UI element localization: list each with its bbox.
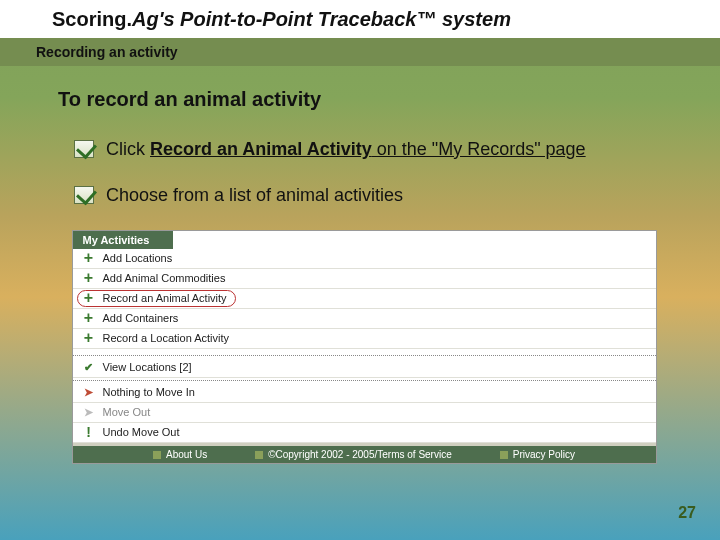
my-activities-panel: My Activities + Add Locations + Add Anim… — [72, 230, 657, 464]
row-add-animal-commodities[interactable]: + Add Animal Commodities — [73, 269, 656, 289]
arrow-icon: ➤ — [81, 406, 97, 419]
plus-icon: + — [81, 309, 97, 327]
bullet-2-text: Choose from a list of animal activities — [106, 183, 403, 207]
title-band: Scoring.Ag's Point-to-Point Traceback™ s… — [0, 0, 720, 38]
bullet-1-bold: Record an Animal Activity — [150, 139, 372, 159]
divider — [73, 380, 656, 381]
row-view-locations[interactable]: ✔ View Locations [2] — [73, 358, 656, 378]
footer-about[interactable]: About Us — [153, 449, 207, 460]
footer-copyright[interactable]: ©Copyright 2002 - 2005/Terms of Service — [255, 449, 452, 460]
check-icon: ✔ — [81, 361, 97, 374]
row-label: Record a Location Activity — [103, 332, 230, 344]
title-main: Ag's Point-to-Point Traceback™ system — [132, 8, 511, 30]
row-add-locations[interactable]: + Add Locations — [73, 249, 656, 269]
bullet-1-post: on the "My Records" page — [372, 139, 586, 159]
row-label: Add Animal Commodities — [103, 272, 226, 284]
row-move-out[interactable]: ➤ Move Out — [73, 403, 656, 423]
slide: Scoring.Ag's Point-to-Point Traceback™ s… — [0, 0, 720, 540]
page-number: 27 — [678, 504, 696, 522]
divider — [73, 355, 656, 356]
plus-icon: + — [81, 269, 97, 287]
row-label: View Locations [2] — [103, 361, 192, 373]
plus-icon: + — [81, 249, 97, 267]
subtitle: Recording an activity — [36, 44, 178, 60]
bullet-1-pre: Click — [106, 139, 150, 159]
row-add-containers[interactable]: + Add Containers — [73, 309, 656, 329]
panel-footer: About Us ©Copyright 2002 - 2005/Terms of… — [73, 443, 656, 463]
row-label: Record an Animal Activity — [103, 292, 227, 304]
check-icon — [74, 186, 94, 204]
content-area: To record an animal activity Click Recor… — [0, 66, 720, 464]
exclaim-icon: ! — [81, 424, 97, 440]
row-label: Undo Move Out — [103, 426, 180, 438]
plus-icon: + — [81, 289, 97, 307]
row-label: Add Locations — [103, 252, 173, 264]
row-label: Move Out — [103, 406, 151, 418]
row-record-animal-activity[interactable]: + Record an Animal Activity — [73, 289, 656, 309]
panel-tab[interactable]: My Activities — [73, 231, 173, 249]
section-heading: To record an animal activity — [58, 88, 670, 111]
row-label: Add Containers — [103, 312, 179, 324]
bullet-1-text: Click Record an Animal Activity on the "… — [106, 137, 586, 161]
check-icon — [74, 140, 94, 158]
title-prefix: Scoring. — [52, 8, 132, 30]
bullet-1: Click Record an Animal Activity on the "… — [74, 137, 670, 161]
bullet-2: Choose from a list of animal activities — [74, 183, 670, 207]
arrow-icon: ➤ — [81, 386, 97, 399]
row-nothing-move-in[interactable]: ➤ Nothing to Move In — [73, 383, 656, 403]
row-record-location-activity[interactable]: + Record a Location Activity — [73, 329, 656, 349]
footer-privacy[interactable]: Privacy Policy — [500, 449, 575, 460]
subtitle-band: Recording an activity — [0, 38, 720, 66]
plus-icon: + — [81, 329, 97, 347]
bullet-2-pre: Choose from a list of animal activities — [106, 185, 403, 205]
row-label: Nothing to Move In — [103, 386, 195, 398]
row-undo-move-out[interactable]: ! Undo Move Out — [73, 423, 656, 443]
